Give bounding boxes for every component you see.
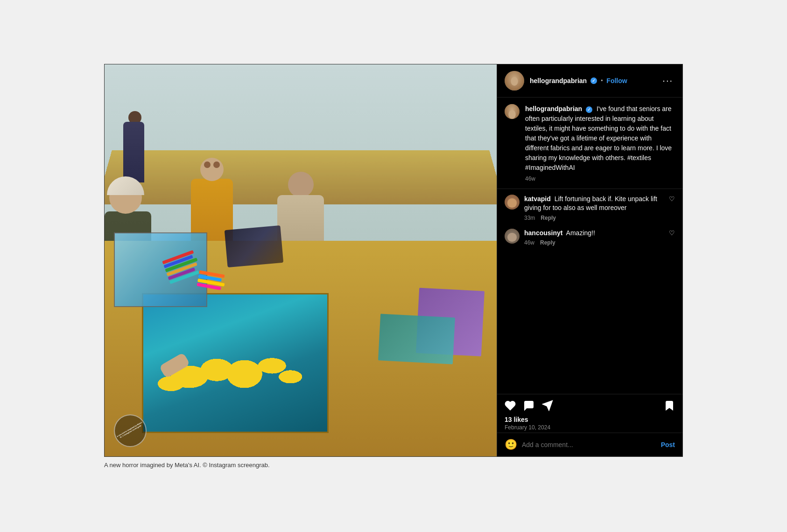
actions-row <box>497 394 682 414</box>
share-button[interactable] <box>542 400 553 411</box>
caption-section: hellograndpabrian ✓ I've found that seni… <box>497 98 682 189</box>
caption-verified: ✓ <box>586 106 592 113</box>
comment-input[interactable] <box>522 441 656 448</box>
caption-timestamp: 46w <box>525 175 675 182</box>
post-image: A new horror imagined by Meta's AI. © In… <box>105 64 497 456</box>
caption-text: hellograndpabrian ✓ I've found that seni… <box>525 104 675 173</box>
like-comment-button[interactable]: ♡ <box>669 195 675 202</box>
comment-time: 33m <box>524 215 535 221</box>
comment-body: katvapid Lift fortuning back if. Kite un… <box>524 195 664 221</box>
comment-time: 46w <box>524 239 534 246</box>
caption-body: I've found that seniors are often partic… <box>525 105 672 171</box>
follow-button[interactable]: Follow <box>606 77 627 84</box>
post-header: hellograndpabrian ✓ • Follow ··· <box>497 64 682 98</box>
like-comment-button[interactable]: ♡ <box>669 229 675 236</box>
comment-content: Amazing!! <box>566 229 595 237</box>
caption-below-text: A new horror imagined by Meta's AI. © In… <box>104 462 270 469</box>
comment-text: katvapid Lift fortuning back if. Kite un… <box>524 195 664 213</box>
avatar <box>505 71 524 91</box>
comment-text: hancousinyt Amazing!! <box>524 229 664 238</box>
reply-button[interactable]: Reply <box>540 239 555 246</box>
reply-button[interactable]: Reply <box>541 215 556 221</box>
username[interactable]: hellograndpabrian <box>530 77 587 84</box>
comment-avatar <box>505 229 520 244</box>
header-info: hellograndpabrian ✓ • Follow <box>530 77 655 84</box>
comment-username[interactable]: katvapid <box>524 195 551 203</box>
caption-below: A new horror imagined by Meta's AI. © In… <box>104 457 683 469</box>
caption-avatar <box>505 104 520 119</box>
svg-marker-1 <box>543 401 552 410</box>
comment-body: hancousinyt Amazing!! 46w Reply <box>524 229 664 246</box>
watermark-text: A new horror imagined by Meta's AI. © In… <box>116 421 145 440</box>
comment-meta: 33m Reply <box>524 215 664 221</box>
comment-button[interactable] <box>523 400 534 411</box>
watermark: A new horror imagined by Meta's AI. © In… <box>114 414 147 447</box>
comment-avatar <box>505 195 520 210</box>
comment-meta: 46w Reply <box>524 239 664 246</box>
dot-separator: • <box>601 77 603 84</box>
comment: katvapid Lift fortuning back if. Kite un… <box>505 195 675 221</box>
likes-row: 13 likes February 10, 2024 <box>497 414 682 433</box>
comments-section: katvapid Lift fortuning back if. Kite un… <box>497 189 682 394</box>
verified-badge: ✓ <box>590 77 597 84</box>
info-panel: hellograndpabrian ✓ • Follow ··· hellogr… <box>497 64 682 456</box>
caption-username[interactable]: hellograndpabrian <box>525 105 582 112</box>
post-comment-button[interactable]: Post <box>661 441 675 448</box>
instagram-post: A new horror imagined by Meta's AI. © In… <box>104 64 683 457</box>
like-button[interactable] <box>505 400 516 411</box>
comment: hancousinyt Amazing!! 46w Reply ♡ <box>505 229 675 246</box>
save-button[interactable] <box>664 400 675 411</box>
likes-count: 13 likes <box>505 416 675 423</box>
post-date: February 10, 2024 <box>505 424 675 431</box>
emoji-button[interactable]: 🙂 <box>505 439 517 451</box>
comment-username[interactable]: hancousinyt <box>524 229 562 237</box>
comment-input-row: 🙂 Post <box>497 433 682 456</box>
more-options-button[interactable]: ··· <box>661 75 675 86</box>
